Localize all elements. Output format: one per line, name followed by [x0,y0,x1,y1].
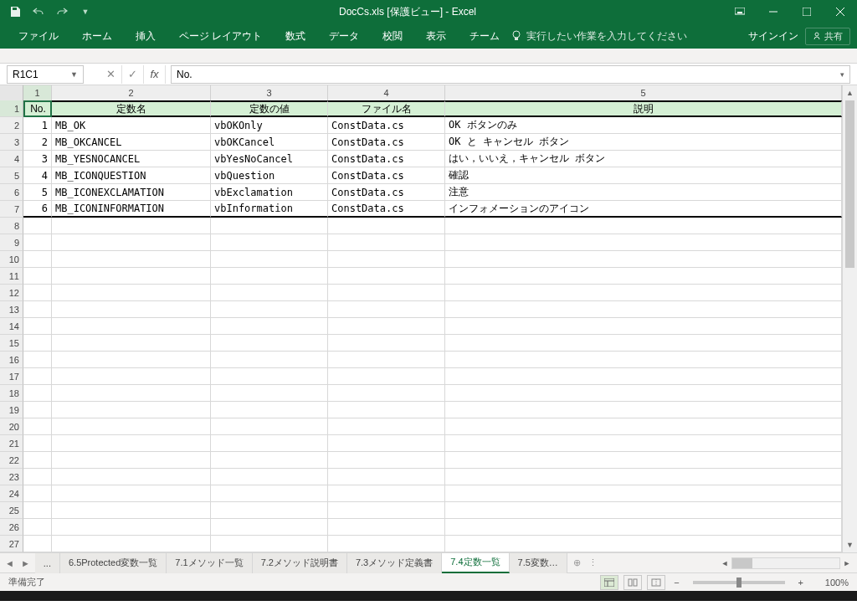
row-header[interactable]: 15 [0,335,23,352]
cell[interactable] [445,301,842,318]
row-header[interactable]: 27 [0,536,23,552]
cell[interactable]: MB_ICONQUESTION [52,167,211,184]
cell[interactable]: 説明 [445,100,842,117]
cell[interactable] [445,435,842,452]
row-header[interactable]: 4 [0,151,23,167]
first-sheet-icon[interactable]: ◄ [5,558,14,568]
cell[interactable] [52,352,211,368]
cell[interactable] [211,301,328,318]
cell[interactable]: ConstData.cs [328,117,445,134]
formula-input[interactable]: No. ▾ [171,65,850,84]
cell[interactable] [23,418,52,435]
cell[interactable] [23,285,52,301]
cell[interactable] [328,435,445,452]
row-header[interactable]: 13 [0,301,23,318]
tab-options-icon[interactable]: ⋮ [588,557,599,568]
cell[interactable] [23,536,52,552]
cell[interactable]: 注意 [445,184,842,201]
tab-formulas[interactable]: 数式 [274,23,317,49]
cell[interactable] [52,285,211,301]
cell[interactable] [52,485,211,502]
row-header[interactable]: 12 [0,285,23,301]
scroll-right-icon[interactable]: ► [840,559,854,567]
cell[interactable] [23,335,52,352]
row-header[interactable]: 5 [0,167,23,184]
cell[interactable] [328,402,445,418]
cell[interactable] [211,218,328,234]
cell[interactable] [23,402,52,418]
cell[interactable] [52,268,211,285]
cell[interactable] [52,301,211,318]
row-header[interactable]: 21 [0,435,23,452]
cell[interactable] [445,519,842,536]
cell[interactable] [445,352,842,368]
cell[interactable] [328,268,445,285]
cell[interactable] [445,452,842,469]
cell[interactable]: OK ボタンのみ [445,117,842,134]
cell[interactable] [445,218,842,234]
ribbon-display-icon[interactable] [723,0,757,23]
row-header[interactable]: 17 [0,368,23,385]
row-header[interactable]: 24 [0,485,23,502]
tab-team[interactable]: チーム [458,23,511,49]
tab-data[interactable]: データ [317,23,371,49]
cell[interactable]: 2 [23,134,52,151]
cell[interactable] [445,418,842,435]
cell[interactable] [328,234,445,251]
zoom-out-icon[interactable]: − [670,578,682,588]
cell[interactable] [445,469,842,485]
row-header[interactable]: 25 [0,502,23,519]
cell[interactable]: 3 [23,151,52,167]
horizontal-scrollbar[interactable]: ◄ ► [599,557,857,569]
page-break-view-icon[interactable] [647,575,665,590]
cell[interactable] [23,385,52,402]
share-button[interactable]: 共有 [805,28,850,45]
cell[interactable] [211,402,328,418]
cell[interactable]: 1 [23,117,52,134]
cell[interactable] [52,402,211,418]
cell[interactable]: ConstData.cs [328,201,445,218]
cell[interactable] [445,268,842,285]
cell[interactable] [445,368,842,385]
cell[interactable]: vbYesNoCancel [211,151,328,167]
cell[interactable]: vbQuestion [211,167,328,184]
cell[interactable] [328,418,445,435]
enter-formula-icon[interactable]: ✓ [122,65,144,84]
cell[interactable] [211,469,328,485]
cell[interactable] [211,519,328,536]
new-sheet-button[interactable]: ⊕ [567,553,588,573]
cell[interactable]: はい，いいえ，キャンセル ボタン [445,151,842,167]
cell[interactable]: MB_OKCANCEL [52,134,211,151]
cell[interactable] [445,285,842,301]
cell[interactable] [23,318,52,335]
cell[interactable] [52,469,211,485]
cell[interactable] [211,352,328,368]
cell[interactable] [445,502,842,519]
cell[interactable] [52,435,211,452]
row-header[interactable]: 26 [0,519,23,536]
cell[interactable]: 確認 [445,167,842,184]
cell[interactable] [445,485,842,502]
cell[interactable] [52,452,211,469]
cell[interactable] [211,368,328,385]
undo-icon[interactable] [32,5,45,18]
vertical-scrollbar[interactable]: ▲ ▼ [842,85,857,552]
cell[interactable] [328,318,445,335]
cell[interactable] [328,368,445,385]
sheet-tab[interactable]: 7.2メソッド説明書 [253,553,347,573]
redo-icon[interactable] [55,5,69,18]
col-header[interactable]: 1 [23,85,52,100]
col-header[interactable]: 4 [328,85,445,100]
cell[interactable] [211,385,328,402]
cell[interactable] [23,301,52,318]
sheet-tab[interactable]: 7.5変数… [510,553,567,573]
cell[interactable] [23,234,52,251]
cell[interactable] [211,452,328,469]
cell[interactable]: ConstData.cs [328,151,445,167]
cell[interactable] [23,452,52,469]
cell[interactable] [23,268,52,285]
cell[interactable]: vbOKCancel [211,134,328,151]
cell[interactable] [328,285,445,301]
normal-view-icon[interactable] [600,575,618,590]
cell[interactable] [211,268,328,285]
